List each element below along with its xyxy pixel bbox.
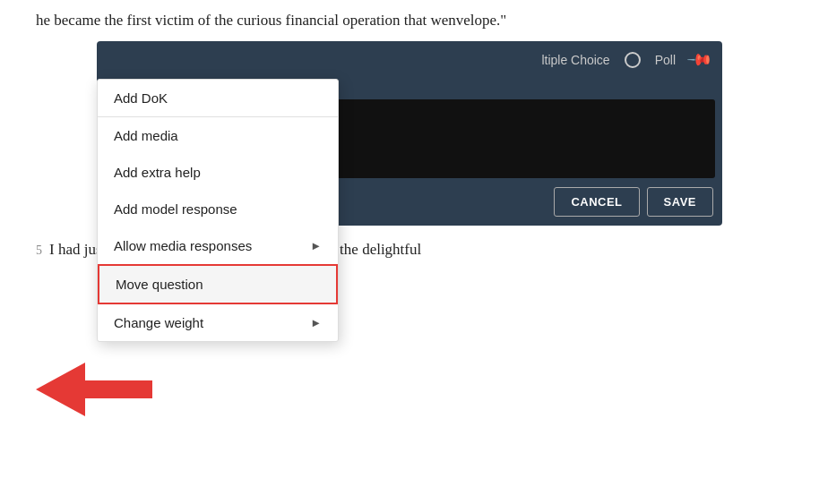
pin-icon[interactable]: 📌 [685,46,713,73]
top-text-line2: nvelope." [448,12,506,29]
menu-item-add-model-response[interactable]: Add model response [98,191,338,227]
menu-item-add-extra-help[interactable]: Add extra help [98,154,338,191]
menu-item-change-weight[interactable]: Change weight ► [98,304,338,341]
menu-item-allow-media-responses[interactable]: Allow media responses ► [98,227,338,264]
line-number: 5 [36,243,42,258]
menu-item-move-question[interactable]: Move question [98,264,338,304]
top-paragraph: he became the first victim of the curiou… [0,0,819,41]
save-button[interactable]: SAVE [647,187,713,217]
chevron-right-icon-2: ► [310,316,322,329]
chevron-right-icon: ► [310,239,322,252]
menu-item-add-media[interactable]: Add media [98,117,338,154]
top-text-line1: he became the first victim of the curiou… [36,12,448,29]
menu-item-add-dok[interactable]: Add DoK [98,80,338,116]
poll-radio[interactable] [625,52,641,68]
tab-poll[interactable]: Poll [655,53,676,67]
red-arrow [36,358,152,424]
card-header: ltiple Choice Poll 📌 [97,41,722,79]
dropdown-menu: Add DoK Add media Add extra help Add mod… [97,79,339,342]
card-tabs: ltiple Choice Poll [541,52,676,68]
tab-multiple-choice[interactable]: ltiple Choice [541,53,609,67]
svg-marker-0 [36,363,152,416]
footer-right-buttons: CANCEL SAVE [554,187,713,217]
cancel-button[interactable]: CANCEL [554,187,639,217]
